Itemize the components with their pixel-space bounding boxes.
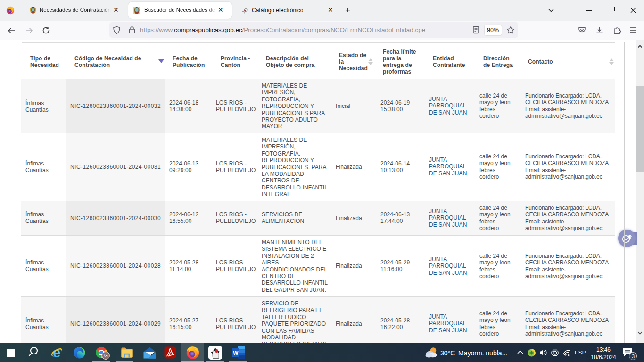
- svg-text:W: W: [233, 350, 239, 356]
- svg-text:e: e: [53, 345, 60, 360]
